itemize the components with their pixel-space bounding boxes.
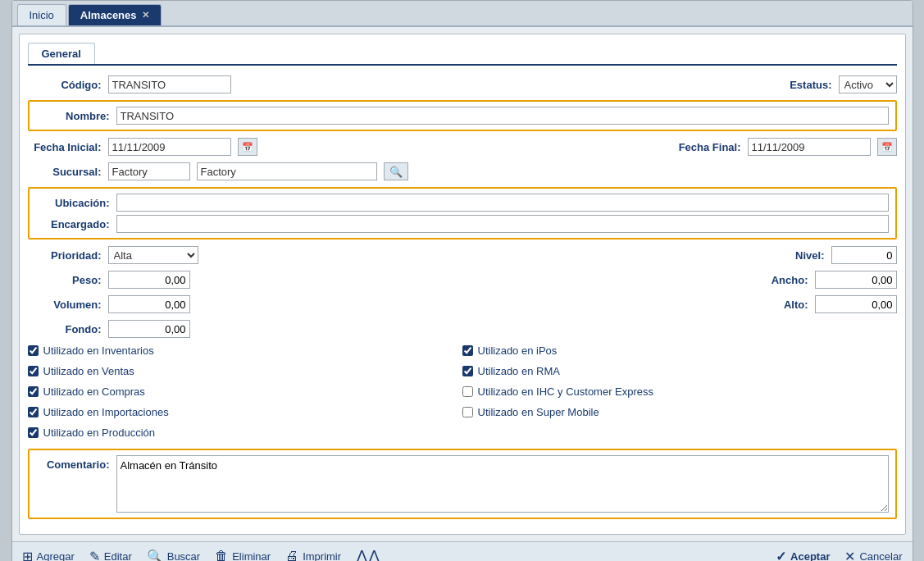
calendar-btn-final[interactable]: 📅 <box>877 138 897 156</box>
row-volumen-alto: Volumen: Alto: <box>28 295 897 313</box>
input-nivel[interactable] <box>831 246 897 264</box>
input-fecha-final[interactable] <box>748 138 871 156</box>
checkboxes-left: Utilizado en Inventarios Utilizado en Ve… <box>28 344 462 442</box>
row-comentario: Comentario: Almacén en Tránsito <box>36 455 889 513</box>
input-sucursal-code[interactable] <box>108 162 190 180</box>
input-ancho[interactable] <box>815 271 897 289</box>
input-alto[interactable] <box>815 295 897 313</box>
tab-general[interactable]: General <box>28 43 95 64</box>
cb-ihc[interactable]: Utilizado en IHC y Customer Express <box>462 385 897 398</box>
row-codigo: Código: Estatus: Activo Inactivo <box>28 75 897 94</box>
imprimir-button[interactable]: 🖨 Imprimir <box>285 549 341 561</box>
agregar-icon: ⊞ <box>22 549 33 562</box>
textarea-comentario[interactable]: Almacén en Tránsito <box>116 455 889 513</box>
toolbar: ⊞ Agregar ✎ Editar 🔍 Buscar 🗑 Eliminar 🖨… <box>12 541 913 561</box>
label-codigo: Código: <box>28 79 102 91</box>
label-ancho: Ancho: <box>759 274 808 286</box>
eliminar-button[interactable]: 🗑 Eliminar <box>215 549 271 561</box>
row-fechas: Fecha Inicial: 📅 Fecha Final: 📅 <box>28 138 897 156</box>
checkboxes-section: Utilizado en Inventarios Utilizado en Ve… <box>28 344 897 442</box>
input-fecha-inicial[interactable] <box>108 138 231 156</box>
label-peso: Peso: <box>28 274 102 286</box>
select-estatus[interactable]: Activo Inactivo <box>839 75 897 94</box>
cancelar-button[interactable]: ✕ Cancelar <box>844 549 902 562</box>
eliminar-icon: 🗑 <box>215 549 228 561</box>
row-encargado: Encargado: <box>36 215 889 233</box>
input-ubicacion[interactable] <box>116 194 889 212</box>
aceptar-icon: ✓ <box>776 549 786 562</box>
select-prioridad[interactable]: Alta Media Baja <box>108 246 198 264</box>
tab-inicio[interactable]: Inicio <box>17 4 66 25</box>
row-prioridad-nivel: Prioridad: Alta Media Baja Nivel: <box>28 246 897 264</box>
input-peso[interactable] <box>108 271 190 289</box>
editar-icon: ✎ <box>89 549 100 562</box>
label-ubicacion: Ubicación: <box>36 197 110 209</box>
row-nombre: Nombre: <box>36 107 889 125</box>
aceptar-button[interactable]: ✓ Aceptar <box>776 549 830 562</box>
checkboxes-right: Utilizado en iPos Utilizado en RMA Utili… <box>462 344 897 442</box>
label-sucursal: Sucursal: <box>28 166 102 178</box>
cb-compras[interactable]: Utilizado en Compras <box>28 385 462 398</box>
label-fecha-final: Fecha Final: <box>679 141 741 153</box>
row-fondo: Fondo: <box>28 320 897 338</box>
cb-ipos[interactable]: Utilizado en iPos <box>462 344 897 357</box>
content-area: General Código: Estatus: Activo Inactivo… <box>19 34 906 535</box>
input-volumen[interactable] <box>108 295 190 313</box>
label-volumen: Volumen: <box>28 299 102 311</box>
tab-bar: Inicio Almacenes ✕ <box>12 1 913 27</box>
label-prioridad: Prioridad: <box>28 249 102 262</box>
input-fondo[interactable] <box>108 320 190 338</box>
imprimir-icon: 🖨 <box>285 549 298 561</box>
label-fondo: Fondo: <box>28 323 102 335</box>
input-codigo[interactable] <box>108 75 231 94</box>
group-nombre: Nombre: <box>28 100 897 131</box>
label-nombre: Nombre: <box>36 110 110 122</box>
buscar-icon: 🔍 <box>147 549 163 562</box>
row-ubicacion: Ubicación: <box>36 194 889 212</box>
cb-ventas[interactable]: Utilizado en Ventas <box>28 365 462 377</box>
input-encargado[interactable] <box>116 215 889 233</box>
row-peso-ancho: Peso: Ancho: <box>28 271 897 289</box>
cb-supermobile[interactable]: Utilizado en Super Mobile <box>462 406 897 418</box>
group-ubicacion-encargado: Ubicación: Encargado: <box>28 187 897 239</box>
calendar-btn-inicial[interactable]: 📅 <box>238 138 257 156</box>
expand-icon[interactable]: ⋀⋀ <box>356 547 380 561</box>
editar-button[interactable]: ✎ Editar <box>89 549 132 562</box>
label-alto: Alto: <box>759 299 808 311</box>
cancelar-icon: ✕ <box>844 549 855 562</box>
input-sucursal-name[interactable] <box>197 162 377 180</box>
buscar-button[interactable]: 🔍 Buscar <box>147 549 200 562</box>
label-encargado: Encargado: <box>36 218 110 230</box>
row-sucursal: Sucursal: 🔍 <box>28 162 897 180</box>
cb-produccion[interactable]: Utilizado en Producción <box>28 426 462 439</box>
main-window: Inicio Almacenes ✕ General Código: Estat… <box>11 0 913 561</box>
tab-almacenes[interactable]: Almacenes ✕ <box>68 4 162 25</box>
label-estatus: Estatus: <box>783 79 832 91</box>
agregar-button[interactable]: ⊞ Agregar <box>22 549 75 562</box>
group-comentario: Comentario: Almacén en Tránsito <box>28 449 897 519</box>
search-sucursal-btn[interactable]: 🔍 <box>384 162 408 180</box>
label-nivel: Nivel: <box>776 249 825 262</box>
label-comentario: Comentario: <box>36 455 110 471</box>
cb-importaciones[interactable]: Utilizado en Importaciones <box>28 406 462 418</box>
section-tabs: General <box>28 43 897 66</box>
label-fecha-inicial: Fecha Inicial: <box>28 141 102 153</box>
cb-inventarios[interactable]: Utilizado en Inventarios <box>28 344 462 357</box>
input-nombre[interactable] <box>116 107 889 125</box>
cb-rma[interactable]: Utilizado en RMA <box>462 365 897 377</box>
close-tab-icon[interactable]: ✕ <box>142 10 149 21</box>
